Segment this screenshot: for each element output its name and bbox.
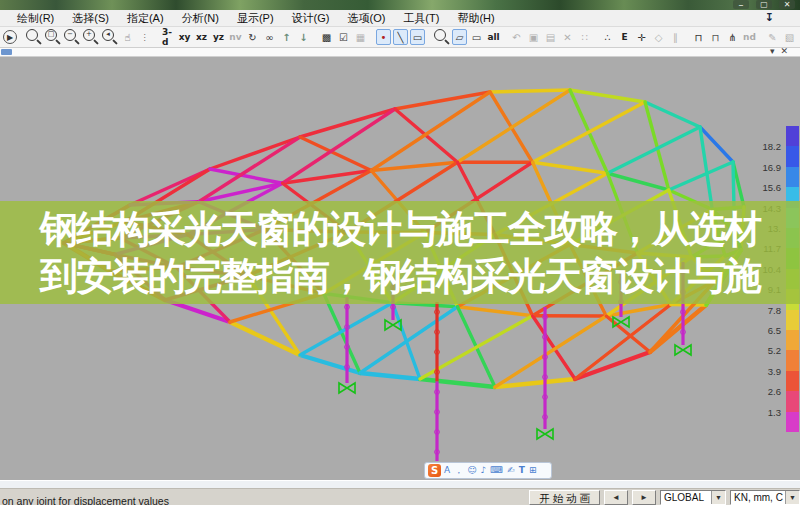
frame-member[interactable] — [669, 162, 733, 190]
object-shrink-toggle-icon[interactable]: ▩ — [319, 29, 334, 45]
units-dropdown[interactable]: KN, mm, C ▼ — [730, 490, 800, 505]
language-toggle-icon[interactable]: A — [444, 464, 450, 477]
frame-member[interactable] — [458, 307, 533, 316]
view-3d-icon[interactable]: 3-d — [160, 29, 175, 45]
legend-segment — [786, 412, 799, 432]
frame-member[interactable] — [570, 90, 645, 102]
paint-assign-icon[interactable]: ✎ — [765, 29, 780, 45]
move-down-in-list-icon[interactable]: ↓ — [296, 29, 311, 45]
paste-icon[interactable]: ▤ — [543, 29, 558, 45]
perspective-toggle-icon[interactable]: ∞ — [262, 29, 277, 45]
menu-item-1[interactable]: 选择(S) — [63, 11, 118, 26]
menu-item-0[interactable]: 绘制(R) — [8, 11, 63, 26]
frame-member[interactable] — [645, 102, 700, 127]
child-restore-icon: ▾ — [770, 46, 781, 56]
restore-previous-selection-icon[interactable]: ↶ — [509, 29, 524, 45]
model-viewport[interactable]: 18.216.915.614.313.11.710.49.17.86.55.23… — [0, 57, 800, 480]
steel-joist-section-icon[interactable]: ⊓ — [708, 29, 723, 45]
zoom-previous-icon[interactable]: ◂ — [102, 29, 114, 41]
legend-label: 5.2 — [741, 345, 781, 356]
frame-member[interactable] — [283, 109, 396, 183]
menu-item-3[interactable]: 分析(N) — [173, 11, 228, 26]
menu-item-4[interactable]: 显示(P) — [228, 11, 283, 26]
view-nv-icon[interactable]: nv — [228, 29, 243, 45]
pan-icon[interactable]: ☝ — [120, 29, 135, 45]
zoom-extents-icon[interactable] — [26, 29, 38, 41]
set-display-options-icon[interactable]: ▦ — [353, 29, 368, 45]
delete-selected-icon[interactable]: ✕ — [560, 29, 575, 45]
snap-parallel-icon[interactable]: ∥ — [668, 29, 683, 45]
frame-member[interactable] — [300, 109, 395, 137]
soft-keyboard-icon[interactable]: ⌨ — [490, 464, 503, 477]
dropdown-arrow-icon[interactable]: ▼ — [785, 491, 799, 504]
rotate-view-icon[interactable]: ↻ — [245, 29, 260, 45]
sogou-logo-icon[interactable]: S — [428, 464, 441, 477]
menu-item-6[interactable]: 选项(O) — [338, 11, 394, 26]
frame-member[interactable] — [490, 90, 570, 92]
frame-section-icon[interactable]: ⊓ — [691, 29, 706, 45]
zoom-out-icon[interactable]: − — [64, 29, 76, 41]
emoji-icon[interactable]: ☺ — [467, 464, 476, 477]
view-xz-icon[interactable]: xz — [194, 29, 209, 45]
view-xy-icon[interactable]: xy — [177, 29, 192, 45]
frame-member[interactable] — [420, 379, 495, 387]
view-yz-icon[interactable]: yz — [211, 29, 226, 45]
maximize-button[interactable]: ▢ — [756, 0, 772, 9]
select-window-icon[interactable] — [434, 29, 446, 41]
menubar-right-arrow-icon[interactable]: ↧ — [765, 11, 774, 24]
menu-item-5[interactable]: 设计(G) — [283, 11, 339, 26]
selection-list-icon[interactable]: ∷ — [577, 29, 592, 45]
frame-member[interactable] — [533, 102, 646, 162]
menu-item-8[interactable]: 帮助(H) — [448, 11, 503, 26]
draw-quad-area-icon[interactable]: ▭ — [410, 29, 425, 45]
ime-toolbar[interactable]: S A，☺♪⌨✍T⊞ — [424, 462, 552, 479]
snap-move-icon[interactable]: ✛ — [634, 29, 649, 45]
snap-plane-icon[interactable]: ◇ — [651, 29, 666, 45]
close-button[interactable]: ✕ — [779, 0, 795, 9]
select-poly-icon[interactable]: ▱ — [452, 29, 467, 45]
select-line-icon[interactable]: ▭ — [469, 29, 484, 45]
frame-member[interactable] — [130, 169, 210, 205]
frame-member[interactable] — [300, 355, 360, 373]
next-step-button[interactable]: ► — [632, 490, 656, 505]
copy-icon[interactable]: ▣ — [526, 29, 541, 45]
handwriting-icon[interactable]: ✍ — [507, 464, 515, 477]
draw-frame-icon[interactable]: ╲ — [393, 29, 408, 45]
frame-member[interactable] — [533, 316, 576, 379]
legend-segment — [786, 371, 799, 391]
run-analysis-icon[interactable]: ▶ — [3, 30, 17, 44]
window-titlebar[interactable]: –▢✕ — [0, 0, 800, 10]
select-all-icon[interactable]: all — [486, 29, 501, 45]
show-selection-checkbox-icon[interactable]: ☑ — [336, 29, 351, 45]
coordinate-system-dropdown[interactable]: GLOBAL ▼ — [660, 490, 726, 505]
punctuation-toggle-icon[interactable]: ， — [454, 464, 463, 477]
snap-to-ends-icon[interactable]: E — [617, 29, 632, 45]
frame-member[interactable] — [360, 307, 458, 373]
section-cut-icon[interactable]: ▧ — [782, 29, 797, 45]
legend-label: 3.9 — [741, 366, 781, 377]
frame-member[interactable] — [533, 162, 608, 173]
zoom-window-icon[interactable]: □ — [45, 29, 57, 41]
start-animation-button[interactable]: 开 始 动 画 — [529, 490, 600, 505]
snap-to-joints-icon[interactable]: ∴ — [600, 29, 615, 45]
toolbox-icon[interactable]: ⊞ — [529, 464, 537, 477]
dropdown-arrow-icon[interactable]: ▼ — [711, 491, 725, 504]
previous-step-button[interactable]: ◄ — [604, 490, 628, 505]
menu-item-2[interactable]: 指定(A) — [118, 11, 173, 26]
move-up-in-list-icon[interactable]: ↑ — [279, 29, 294, 45]
frame-member[interactable] — [360, 373, 420, 379]
frame-member[interactable] — [671, 305, 706, 306]
frame-member[interactable] — [575, 352, 650, 379]
draw-joint-icon[interactable]: • — [376, 29, 391, 45]
truss-section-icon[interactable]: ⋔ — [725, 29, 740, 45]
skin-icon[interactable]: T — [519, 464, 525, 477]
viewport-bottom-strip — [0, 480, 800, 488]
zoom-in-icon[interactable]: + — [83, 29, 95, 41]
node-options-icon[interactable]: ⋮ — [137, 29, 152, 45]
child-window-controls[interactable]: ▾✕ — [770, 46, 794, 56]
frame-member[interactable] — [608, 173, 669, 190]
minimize-button[interactable]: – — [733, 0, 749, 9]
dimension-nd-icon[interactable]: nd — [742, 29, 757, 45]
voice-input-icon[interactable]: ♪ — [481, 464, 487, 477]
menu-item-7[interactable]: 工具(T) — [394, 11, 448, 26]
